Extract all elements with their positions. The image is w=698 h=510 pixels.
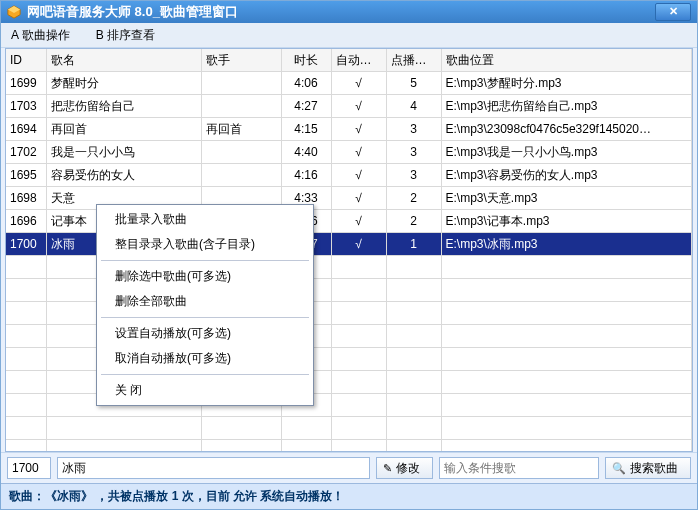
search-input[interactable] — [439, 457, 599, 479]
edit-button-label: 修改 — [396, 460, 420, 477]
ctx-batch-import[interactable]: 批量录入歌曲 — [99, 207, 311, 232]
app-icon — [7, 5, 21, 19]
table-container: ID 歌名 歌手 时长 自动播放 点播次数 歌曲位置 1699梦醒时分4:06√… — [5, 48, 693, 452]
id-field[interactable] — [7, 457, 51, 479]
context-menu: 批量录入歌曲 整目录录入歌曲(含子目录) 删除选中歌曲(可多选) 删除全部歌曲 … — [96, 204, 314, 406]
ctx-sep — [101, 374, 309, 375]
ctx-sep — [101, 260, 309, 261]
ctx-set-auto[interactable]: 设置自动播放(可多选) — [99, 321, 311, 346]
menu-sort-view[interactable]: B 排序查看 — [96, 27, 155, 44]
titlebar[interactable]: 网吧语音服务大师 8.0_歌曲管理窗口 ✕ — [1, 1, 697, 23]
col-dur[interactable]: 时长 — [281, 49, 331, 72]
table-row[interactable] — [6, 440, 692, 453]
col-loc[interactable]: 歌曲位置 — [441, 49, 692, 72]
table-row[interactable]: 1695容易受伤的女人4:16√3E:\mp3\容易受伤的女人.mp3 — [6, 164, 692, 187]
ctx-delete-all[interactable]: 删除全部歌曲 — [99, 289, 311, 314]
name-field[interactable] — [57, 457, 370, 479]
menubar: A 歌曲操作 B 排序查看 — [1, 23, 697, 48]
menu-song-ops[interactable]: A 歌曲操作 — [11, 27, 70, 44]
table-row[interactable] — [6, 417, 692, 440]
ctx-sep — [101, 317, 309, 318]
search-icon: 🔍 — [612, 462, 626, 475]
status-text: 歌曲：《冰雨》 ，共被点播放 1 次，目前 允许 系统自动播放！ — [9, 489, 344, 503]
edit-button[interactable]: ✎修改 — [376, 457, 433, 479]
ctx-dir-import[interactable]: 整目录录入歌曲(含子目录) — [99, 232, 311, 257]
col-auto[interactable]: 自动播放 — [331, 49, 386, 72]
ctx-unset-auto[interactable]: 取消自动播放(可多选) — [99, 346, 311, 371]
ctx-delete-selected[interactable]: 删除选中歌曲(可多选) — [99, 264, 311, 289]
col-singer[interactable]: 歌手 — [201, 49, 281, 72]
table-header-row[interactable]: ID 歌名 歌手 时长 自动播放 点播次数 歌曲位置 — [6, 49, 692, 72]
table-row[interactable]: 1699梦醒时分4:06√5E:\mp3\梦醒时分.mp3 — [6, 72, 692, 95]
search-button[interactable]: 🔍搜索歌曲 — [605, 457, 691, 479]
status-bar: 歌曲：《冰雨》 ，共被点播放 1 次，目前 允许 系统自动播放！ — [1, 483, 697, 509]
table-row[interactable]: 1702我是一只小小鸟4:40√3E:\mp3\我是一只小小鸟.mp3 — [6, 141, 692, 164]
pencil-icon: ✎ — [383, 462, 392, 475]
window-title: 网吧语音服务大师 8.0_歌曲管理窗口 — [27, 3, 238, 21]
col-id[interactable]: ID — [6, 49, 46, 72]
search-button-label: 搜索歌曲 — [630, 460, 678, 477]
table-row[interactable]: 1694再回首再回首4:15√3E:\mp3\23098cf0476c5e329… — [6, 118, 692, 141]
col-name[interactable]: 歌名 — [46, 49, 201, 72]
close-button[interactable]: ✕ — [655, 3, 691, 21]
bottom-bar: ✎修改 🔍搜索歌曲 — [1, 452, 697, 483]
table-row[interactable]: 1703把悲伤留给自己4:27√4E:\mp3\把悲伤留给自己.mp3 — [6, 95, 692, 118]
col-plays[interactable]: 点播次数 — [386, 49, 441, 72]
ctx-close[interactable]: 关 闭 — [99, 378, 311, 403]
